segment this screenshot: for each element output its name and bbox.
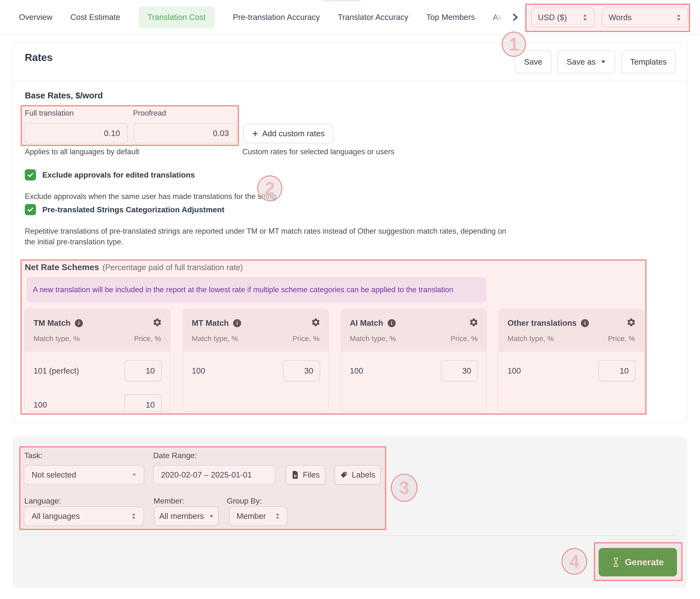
mt-match-card: MT Match i Match type, % Price, % 100 (183, 309, 329, 411)
language-select-value: All languages (32, 512, 80, 521)
full-translation-rate-input[interactable] (24, 123, 128, 143)
info-icon[interactable]: i (75, 319, 83, 327)
divider (13, 81, 688, 81)
caret-down-icon (601, 60, 606, 64)
exclude-approvals-description: Exclude approvals when the same user has… (25, 191, 511, 202)
date-range-label: Date Range: (153, 451, 197, 460)
templates-button[interactable]: Templates (621, 51, 676, 73)
checkmark-icon (26, 171, 34, 179)
match-type-value: 100 (507, 366, 521, 375)
tab-translator-accuracy[interactable]: Translator Accuracy (338, 12, 408, 22)
rates-actions: Save Save as Templates (515, 51, 676, 73)
tab-overview[interactable]: Overview (19, 12, 52, 22)
price-column-label: Price, % (134, 335, 161, 343)
base-rates-heading: Base Rates, $/word (25, 90, 103, 100)
date-range-input[interactable] (153, 465, 275, 485)
group-by-label: Group By: (227, 496, 262, 505)
gear-icon[interactable] (469, 317, 479, 327)
other-100-price-input[interactable] (598, 360, 635, 381)
task-select[interactable]: Not selected (24, 465, 144, 485)
files-button[interactable]: Files (286, 465, 325, 485)
file-icon (292, 471, 298, 479)
mt-100-price-input[interactable] (283, 360, 320, 381)
gear-icon[interactable] (311, 317, 321, 327)
info-icon[interactable]: i (233, 319, 241, 327)
language-select[interactable]: All languages (24, 506, 144, 526)
currency-select[interactable]: USD ($) (531, 7, 595, 27)
checkmark-icon (26, 206, 34, 213)
match-type-value: 100 (33, 400, 47, 410)
tm-101-price-input[interactable] (124, 360, 161, 381)
page-title: Rates (25, 52, 52, 63)
chevron-right-icon (511, 12, 519, 23)
caret-down-icon (209, 515, 214, 518)
info-icon[interactable]: i (581, 319, 589, 327)
ai-match-title: AI Match (350, 318, 383, 328)
generate-button[interactable]: Generate (599, 548, 677, 576)
gear-icon[interactable] (626, 317, 636, 327)
unit-select[interactable]: Words (602, 7, 688, 27)
report-unit-controls: USD ($) Words (531, 7, 688, 27)
add-custom-rates-button[interactable]: + Add custom rates (243, 124, 333, 143)
save-as-label: Save as (567, 57, 596, 67)
base-rates-hint: Applies to all languages by default (25, 148, 139, 156)
save-button[interactable]: Save (515, 51, 551, 73)
exclude-approvals-label: Exclude approvals for edited translation… (42, 171, 195, 180)
updown-arrows-icon (131, 513, 136, 520)
updown-arrows-icon (582, 14, 588, 21)
price-column-label: Price, % (608, 335, 635, 343)
member-select[interactable]: All members (154, 506, 219, 526)
other-translations-title: Other translations (507, 318, 577, 328)
tm-match-row-101: 101 (perfect) (25, 360, 170, 381)
tab-pre-translation-accuracy[interactable]: Pre-translation Accuracy (233, 12, 320, 22)
currency-select-value: USD ($) (538, 13, 567, 22)
task-select-value: Not selected (32, 470, 76, 479)
tm-match-header: TM Match i Match type, % Price, % (25, 309, 170, 352)
price-column-label: Price, % (450, 335, 478, 343)
report-settings-page: Overview Cost Estimate Translation Cost … (0, 0, 700, 599)
gear-icon[interactable] (152, 317, 162, 327)
member-select-value: All members (159, 512, 204, 521)
tab-archive-truncated[interactable]: Arc (493, 12, 505, 22)
match-type-column-label: Match type, % (33, 335, 80, 343)
tab-translation-cost[interactable]: Translation Cost (138, 6, 215, 28)
report-tabs-bar: Overview Cost Estimate Translation Cost … (0, 0, 700, 35)
files-button-label: Files (303, 470, 320, 479)
match-type-column-label: Match type, % (507, 335, 554, 343)
ai-match-row-100: 100 (341, 360, 486, 381)
rates-card: Rates Save Save as Templates Base Rates,… (12, 43, 688, 423)
mt-match-title: MT Match (192, 318, 229, 328)
info-icon[interactable]: i (388, 319, 396, 327)
task-label: Task: (24, 451, 43, 460)
match-type-value: 101 (perfect) (33, 366, 79, 375)
lowest-rate-info-banner: A new translation will be included in th… (26, 277, 486, 303)
pretranslated-adjustment-checkbox[interactable] (25, 204, 36, 215)
tm-match-title: TM Match (33, 318, 71, 328)
match-type-value: 100 (192, 366, 205, 375)
more-tabs-button[interactable] (511, 12, 519, 23)
pretranslated-adjustment-label: Pre-translated Strings Categorization Ad… (42, 205, 224, 214)
member-label: Member: (154, 496, 184, 505)
tag-icon (340, 471, 347, 478)
exclude-approvals-row: Exclude approvals for edited translation… (25, 169, 195, 181)
net-rate-schemes-heading: Net Rate Schemes(Percentage paid of full… (25, 262, 243, 272)
report-filters-panel: Task: Date Range: Not selected Files Lab… (12, 437, 688, 588)
exclude-approvals-checkbox[interactable] (25, 169, 36, 181)
save-as-button[interactable]: Save as (557, 51, 615, 73)
ai-100-price-input[interactable] (441, 360, 478, 381)
tm-100-price-input[interactable] (124, 394, 161, 411)
divider (21, 535, 677, 536)
group-by-select[interactable]: Member (229, 506, 287, 526)
tab-cost-estimate[interactable]: Cost Estimate (71, 12, 120, 22)
mt-match-header: MT Match i Match type, % Price, % (183, 309, 328, 352)
labels-button[interactable]: Labels (334, 465, 381, 485)
other-translations-header: Other translations i Match type, % Price… (499, 309, 644, 352)
proofread-rate-input[interactable] (134, 123, 237, 143)
ai-match-card: AI Match i Match type, % Price, % 100 (341, 309, 486, 411)
mt-match-row-100: 100 (183, 360, 328, 381)
match-type-value: 100 (350, 366, 363, 375)
tm-match-card: TM Match i Match type, % Price, % 101 (p… (25, 309, 170, 411)
generate-button-label: Generate (625, 557, 664, 567)
tab-top-members[interactable]: Top Members (426, 12, 475, 22)
net-rate-schemes-title: Net Rate Schemes (25, 262, 99, 272)
